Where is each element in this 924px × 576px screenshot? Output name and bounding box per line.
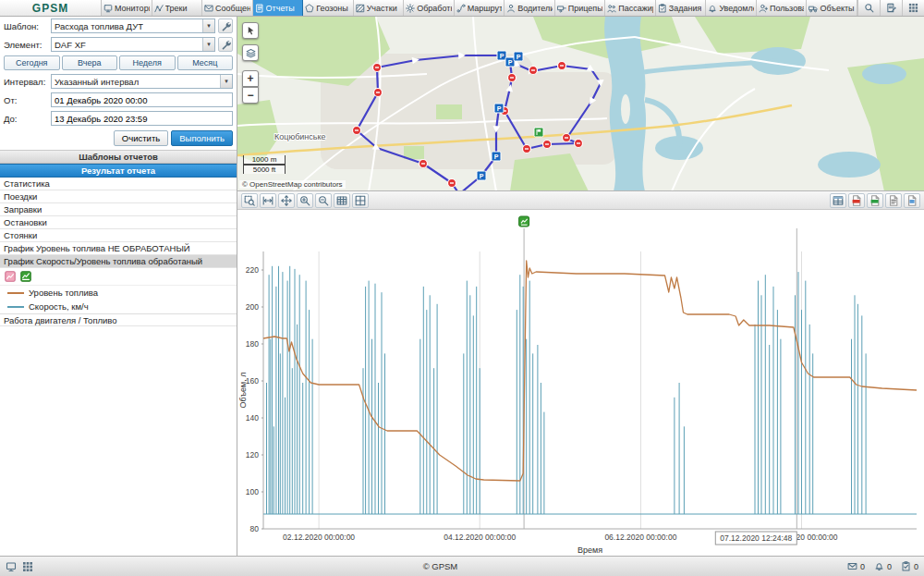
element-settings-icon[interactable] [218, 37, 233, 52]
tab-areas[interactable]: Участки [354, 0, 405, 16]
export-pdf-icon[interactable] [848, 193, 865, 208]
doc-edit-icon[interactable] [880, 0, 902, 16]
parking-marker[interactable]: P [477, 171, 486, 180]
tab-trailers[interactable]: Прицепы [555, 0, 606, 16]
tab-users[interactable]: Пользователи [757, 0, 808, 16]
map-scale-imperial: 5000 ft [243, 165, 286, 174]
template-select[interactable]: Расхода топлива ДУТ [51, 18, 215, 33]
tab-messages[interactable]: Сообщения [202, 0, 253, 16]
event-marker[interactable] [508, 74, 517, 82]
objects-icon [808, 4, 818, 13]
tracks-icon [154, 4, 164, 13]
map-panel: PPPPPP Коцюбинське + − 1000 m 5000 ft © … [237, 17, 924, 191]
legend-label: Уровень топлива [29, 288, 98, 298]
zoom-window-icon[interactable] [241, 193, 258, 208]
top-nav: GPSM МониторингТрекиСообщенияОтчетыГеозо… [0, 0, 924, 17]
tab-monitoring[interactable]: Мониторинг [102, 0, 152, 16]
event-marker[interactable] [373, 64, 382, 72]
event-marker[interactable] [353, 127, 361, 135]
tab-passengers[interactable]: Пассажиры [605, 0, 656, 16]
tab-reports[interactable]: Отчеты [253, 0, 304, 16]
tab-objects[interactable]: Объекты [807, 0, 857, 16]
legend-item-0: Уровень топлива [0, 286, 237, 300]
status-bar: © GPSM 000 [0, 556, 924, 576]
run-button[interactable]: Выполнить [171, 130, 233, 146]
map-canvas[interactable]: PPPPPP Коцюбинське [237, 17, 924, 191]
report-section-1[interactable]: Поездки [0, 190, 237, 203]
app-logo[interactable]: GPSM [0, 0, 102, 16]
grid-view-icon[interactable] [352, 193, 369, 208]
pan-icon[interactable] [278, 193, 295, 208]
tab-geozones[interactable]: Геозоны [303, 0, 354, 16]
report-section-3[interactable]: Остановки [0, 216, 237, 229]
report-section-4[interactable]: Стоянки [0, 229, 237, 242]
date-to-input[interactable] [51, 111, 233, 126]
to-row: До: [0, 109, 237, 128]
drivers-icon [506, 4, 516, 13]
result-header[interactable]: Результат отчета [0, 164, 237, 178]
counter-tasks[interactable]: 0 [901, 561, 918, 571]
map-zoom-out-button[interactable]: − [242, 87, 259, 104]
tab-tasks[interactable]: Задания [656, 0, 707, 16]
monitor-icon[interactable] [6, 561, 17, 572]
event-marker[interactable] [448, 179, 456, 188]
map-attribution[interactable]: © OpenStreetMap contributors [239, 180, 346, 189]
apps-grid-icon[interactable] [902, 0, 924, 16]
zoom-interval-icon[interactable] [260, 193, 276, 208]
event-marker[interactable] [558, 62, 566, 70]
map-layers-button[interactable] [242, 44, 259, 61]
parking-marker[interactable]: P [494, 104, 504, 113]
export-image-icon[interactable] [904, 193, 920, 208]
counter-notifications[interactable]: 0 [874, 561, 892, 571]
date-from-input[interactable] [51, 92, 233, 107]
export-excel-icon[interactable] [867, 193, 883, 208]
report-section-label: Заправки [4, 204, 42, 214]
tab-tracks[interactable]: Треки [152, 0, 203, 16]
period-week-button[interactable]: Неделя [119, 55, 176, 70]
pink-chart-icon[interactable] [5, 271, 16, 282]
chart-toolbar-right [830, 193, 920, 208]
templates-header[interactable]: Шаблоны отчетов [0, 150, 237, 164]
parking-marker[interactable]: P [492, 152, 501, 161]
start-marker[interactable] [534, 128, 543, 137]
report-section-5[interactable]: График Уровень топлива НЕ ОБРАБОТАНЫЙ [0, 242, 237, 255]
event-marker[interactable] [374, 89, 383, 97]
event-marker[interactable] [563, 134, 571, 142]
report-section-engine[interactable]: Работа двигателя / Топливо [0, 313, 237, 326]
counter-messages[interactable]: 0 [847, 561, 865, 571]
clear-button[interactable]: Очистить [114, 130, 168, 146]
search-icon[interactable] [857, 0, 880, 16]
event-marker[interactable] [419, 160, 428, 168]
report-section-0[interactable]: Статистика [0, 178, 237, 190]
zoom-in-icon[interactable] [297, 193, 313, 208]
period-today-button[interactable]: Сегодня [4, 55, 60, 70]
map-pan-tool[interactable] [242, 22, 259, 39]
parking-marker[interactable]: P [514, 52, 523, 61]
period-yesterday-button[interactable]: Вчера [62, 55, 118, 70]
chart-start-marker[interactable] [519, 216, 529, 227]
period-month-button[interactable]: Месяц [177, 55, 234, 70]
tab-drivers[interactable]: Водители [505, 0, 555, 16]
element-label: Элемент: [4, 40, 48, 50]
export-csv-icon[interactable] [885, 193, 902, 208]
report-section-2[interactable]: Заправки [0, 203, 237, 216]
template-settings-icon[interactable] [218, 18, 233, 33]
tab-routes[interactable]: Маршруты [455, 0, 505, 16]
event-marker[interactable] [529, 67, 538, 75]
event-marker[interactable] [575, 140, 583, 148]
report-table-icon[interactable] [830, 193, 846, 208]
chart-canvas[interactable]: 02.12.2020 00:00:0004.12.2020 00:00:0006… [237, 210, 924, 556]
map-zoom-in-button[interactable]: + [242, 70, 259, 87]
tab-processing[interactable]: Обработки [404, 0, 455, 16]
tab-notifications[interactable]: Уведомления [706, 0, 757, 16]
zoom-out-icon[interactable] [315, 193, 332, 208]
green-chart-icon[interactable] [20, 271, 31, 282]
apps-grid-icon[interactable] [22, 561, 33, 572]
event-marker[interactable] [523, 145, 531, 153]
interval-select[interactable]: Указанный интервал [51, 74, 233, 89]
report-section-6[interactable]: График Скорость/Уровень топлива обработа… [0, 255, 237, 268]
element-select[interactable]: DAF XF [51, 37, 215, 52]
chart-gridlines [319, 251, 801, 529]
data-table-icon[interactable] [334, 193, 350, 208]
event-marker[interactable] [543, 141, 552, 149]
